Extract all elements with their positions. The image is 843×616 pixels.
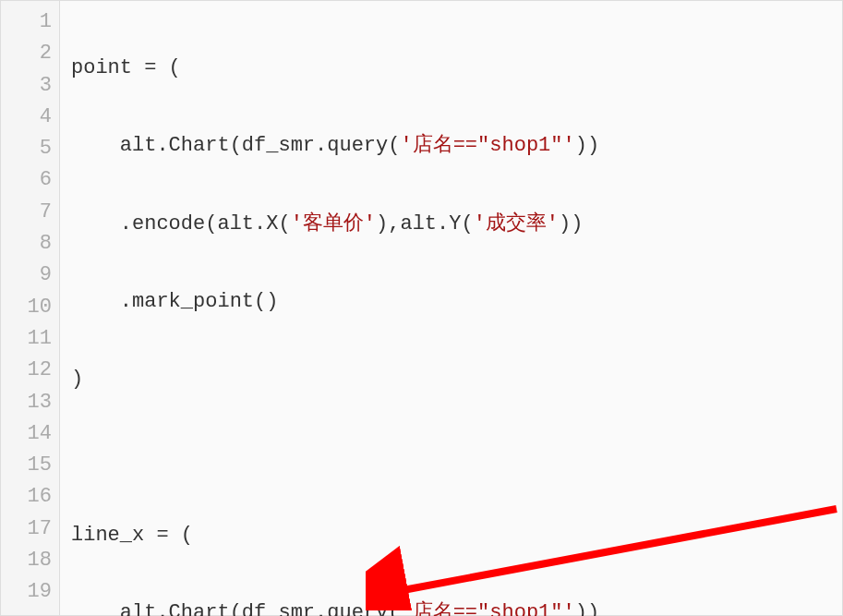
line-number: 11 [1, 323, 52, 355]
line-number: 12 [1, 355, 52, 386]
line-number: 8 [1, 228, 52, 260]
code-line: .mark_point() [71, 286, 842, 318]
code-line [71, 441, 842, 473]
code-text: alt.Chart(df_smr.query( [71, 134, 400, 157]
code-text: )) [559, 212, 583, 236]
line-number: 4 [1, 102, 52, 133]
line-number: 2 [1, 38, 52, 69]
line-number: 7 [1, 197, 52, 228]
code-text: point = ( [71, 56, 181, 79]
code-text: ) [71, 368, 83, 391]
code-line: ) [71, 364, 842, 395]
line-number: 3 [1, 70, 52, 102]
code-string: '客单价' [291, 212, 376, 236]
line-number: 5 [1, 133, 52, 164]
code-text: .mark_point() [71, 290, 278, 313]
code-text: ),alt.Y( [376, 212, 474, 236]
code-text: line_x = ( [71, 524, 193, 547]
line-number: 15 [1, 450, 52, 481]
line-number: 6 [1, 164, 52, 196]
code-line: alt.Chart(df_smr.query('店名=="shop1"')) [71, 130, 842, 162]
code-line: point = ( [71, 53, 842, 84]
code-block: 1 2 3 4 5 6 7 8 9 10 11 12 13 14 15 16 1… [0, 0, 843, 616]
code-string: '店名=="shop1"' [400, 601, 574, 616]
line-number: 17 [1, 513, 52, 545]
line-number-gutter: 1 2 3 4 5 6 7 8 9 10 11 12 13 14 15 16 1… [1, 1, 60, 615]
code-string: '成交率' [474, 212, 559, 236]
code-text: )) [575, 134, 599, 157]
code-line: line_x = ( [71, 520, 842, 551]
code-text: )) [575, 601, 599, 616]
code-text: alt.Chart(df_smr.query( [71, 601, 400, 616]
code-text: .encode(alt.X( [71, 212, 291, 236]
line-number: 10 [1, 292, 52, 323]
line-number: 14 [1, 418, 52, 450]
code-string: '店名=="shop1"' [400, 134, 574, 157]
code-line: .encode(alt.X('客单价'),alt.Y('成交率')) [71, 209, 842, 240]
line-number: 9 [1, 260, 52, 291]
code-content[interactable]: point = ( alt.Chart(df_smr.query('店名=="s… [60, 1, 842, 615]
line-number: 1 [1, 6, 52, 38]
line-number: 13 [1, 387, 52, 418]
line-number: 18 [1, 545, 52, 576]
code-line: alt.Chart(df_smr.query('店名=="shop1"')) [71, 598, 842, 616]
line-number: 16 [1, 481, 52, 513]
line-number: 19 [1, 576, 52, 608]
